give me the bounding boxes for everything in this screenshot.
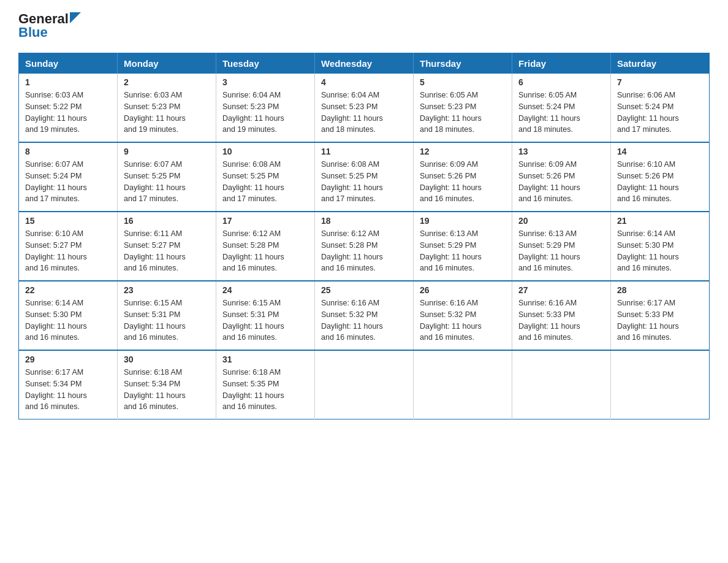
day-number: 10 (222, 147, 308, 156)
calendar-cell (414, 350, 512, 419)
day-info: Sunrise: 6:12 AMSunset: 5:28 PMDaylight:… (321, 228, 407, 274)
day-number: 2 (124, 77, 210, 87)
calendar-header-row: SundayMondayTuesdayWednesdayThursdayFrid… (19, 53, 710, 74)
day-info: Sunrise: 6:16 AMSunset: 5:32 PMDaylight:… (321, 297, 407, 343)
calendar-cell (512, 350, 611, 419)
day-number: 3 (222, 77, 308, 87)
day-info: Sunrise: 6:13 AMSunset: 5:29 PMDaylight:… (518, 228, 604, 274)
day-header-wednesday: Wednesday (315, 53, 414, 74)
day-header-monday: Monday (118, 53, 216, 74)
day-info: Sunrise: 6:05 AMSunset: 5:23 PMDaylight:… (420, 90, 506, 136)
day-number: 5 (420, 77, 506, 87)
calendar-cell: 6Sunrise: 6:05 AMSunset: 5:24 PMDaylight… (512, 74, 611, 142)
day-number: 7 (617, 77, 703, 87)
day-info: Sunrise: 6:08 AMSunset: 5:25 PMDaylight:… (321, 159, 407, 205)
day-number: 28 (617, 285, 703, 295)
day-info: Sunrise: 6:08 AMSunset: 5:25 PMDaylight:… (222, 159, 308, 205)
day-info: Sunrise: 6:15 AMSunset: 5:31 PMDaylight:… (222, 297, 308, 343)
day-number: 26 (420, 285, 506, 295)
logo-text-blue: Blue (18, 25, 48, 40)
page-header: General Blue (18, 12, 710, 40)
day-info: Sunrise: 6:03 AMSunset: 5:23 PMDaylight:… (124, 90, 210, 136)
calendar-cell: 21Sunrise: 6:14 AMSunset: 5:30 PMDayligh… (611, 212, 710, 281)
day-number: 16 (124, 216, 210, 226)
calendar-week-4: 22Sunrise: 6:14 AMSunset: 5:30 PMDayligh… (19, 281, 710, 350)
day-number: 8 (25, 147, 111, 156)
day-number: 1 (25, 77, 111, 87)
day-info: Sunrise: 6:03 AMSunset: 5:22 PMDaylight:… (25, 90, 111, 136)
day-number: 25 (321, 285, 407, 295)
day-info: Sunrise: 6:10 AMSunset: 5:27 PMDaylight:… (25, 228, 111, 274)
day-header-saturday: Saturday (611, 53, 710, 74)
day-header-tuesday: Tuesday (216, 53, 315, 74)
day-number: 18 (321, 216, 407, 226)
day-number: 14 (617, 147, 703, 156)
calendar-week-3: 15Sunrise: 6:10 AMSunset: 5:27 PMDayligh… (19, 212, 710, 281)
calendar-cell: 10Sunrise: 6:08 AMSunset: 5:25 PMDayligh… (216, 142, 315, 212)
day-number: 15 (25, 216, 111, 226)
day-number: 23 (124, 285, 210, 295)
calendar-week-5: 29Sunrise: 6:17 AMSunset: 5:34 PMDayligh… (19, 350, 710, 419)
calendar-cell: 24Sunrise: 6:15 AMSunset: 5:31 PMDayligh… (216, 281, 315, 350)
calendar-cell: 1Sunrise: 6:03 AMSunset: 5:22 PMDaylight… (19, 74, 118, 142)
calendar-body: 1Sunrise: 6:03 AMSunset: 5:22 PMDaylight… (19, 74, 710, 419)
day-info: Sunrise: 6:14 AMSunset: 5:30 PMDaylight:… (617, 228, 703, 274)
svg-marker-0 (70, 12, 81, 23)
day-number: 31 (222, 354, 308, 364)
day-info: Sunrise: 6:05 AMSunset: 5:24 PMDaylight:… (518, 90, 604, 136)
calendar-cell: 31Sunrise: 6:18 AMSunset: 5:35 PMDayligh… (216, 350, 315, 419)
day-number: 11 (321, 147, 407, 156)
logo: General Blue (18, 12, 81, 40)
calendar-cell: 26Sunrise: 6:16 AMSunset: 5:32 PMDayligh… (414, 281, 512, 350)
day-number: 24 (222, 285, 308, 295)
calendar-cell: 14Sunrise: 6:10 AMSunset: 5:26 PMDayligh… (611, 142, 710, 212)
day-number: 22 (25, 285, 111, 295)
day-info: Sunrise: 6:07 AMSunset: 5:25 PMDaylight:… (124, 159, 210, 205)
day-header-sunday: Sunday (19, 53, 118, 74)
calendar-cell: 12Sunrise: 6:09 AMSunset: 5:26 PMDayligh… (414, 142, 512, 212)
day-info: Sunrise: 6:15 AMSunset: 5:31 PMDaylight:… (124, 297, 210, 343)
day-number: 17 (222, 216, 308, 226)
calendar-cell: 3Sunrise: 6:04 AMSunset: 5:23 PMDaylight… (216, 74, 315, 142)
calendar-cell: 22Sunrise: 6:14 AMSunset: 5:30 PMDayligh… (19, 281, 118, 350)
calendar-week-2: 8Sunrise: 6:07 AMSunset: 5:24 PMDaylight… (19, 142, 710, 212)
calendar-cell: 11Sunrise: 6:08 AMSunset: 5:25 PMDayligh… (315, 142, 414, 212)
day-info: Sunrise: 6:09 AMSunset: 5:26 PMDaylight:… (420, 159, 506, 205)
calendar-cell: 8Sunrise: 6:07 AMSunset: 5:24 PMDaylight… (19, 142, 118, 212)
calendar-cell: 20Sunrise: 6:13 AMSunset: 5:29 PMDayligh… (512, 212, 611, 281)
day-number: 29 (25, 354, 111, 364)
day-info: Sunrise: 6:16 AMSunset: 5:33 PMDaylight:… (518, 297, 604, 343)
calendar-cell: 29Sunrise: 6:17 AMSunset: 5:34 PMDayligh… (19, 350, 118, 419)
day-info: Sunrise: 6:18 AMSunset: 5:35 PMDaylight:… (222, 367, 308, 413)
logo-arrow-icon (70, 12, 81, 23)
day-info: Sunrise: 6:18 AMSunset: 5:34 PMDaylight:… (124, 367, 210, 413)
calendar-cell: 4Sunrise: 6:04 AMSunset: 5:23 PMDaylight… (315, 74, 414, 142)
day-info: Sunrise: 6:10 AMSunset: 5:26 PMDaylight:… (617, 159, 703, 205)
calendar-table: SundayMondayTuesdayWednesdayThursdayFrid… (18, 53, 710, 419)
calendar-week-1: 1Sunrise: 6:03 AMSunset: 5:22 PMDaylight… (19, 74, 710, 142)
calendar-cell: 17Sunrise: 6:12 AMSunset: 5:28 PMDayligh… (216, 212, 315, 281)
day-number: 4 (321, 77, 407, 87)
day-info: Sunrise: 6:04 AMSunset: 5:23 PMDaylight:… (321, 90, 407, 136)
day-info: Sunrise: 6:13 AMSunset: 5:29 PMDaylight:… (420, 228, 506, 274)
calendar-cell: 7Sunrise: 6:06 AMSunset: 5:24 PMDaylight… (611, 74, 710, 142)
calendar-cell: 16Sunrise: 6:11 AMSunset: 5:27 PMDayligh… (118, 212, 216, 281)
calendar-cell: 18Sunrise: 6:12 AMSunset: 5:28 PMDayligh… (315, 212, 414, 281)
logo-text-general: General (18, 12, 69, 26)
calendar-cell: 30Sunrise: 6:18 AMSunset: 5:34 PMDayligh… (118, 350, 216, 419)
day-info: Sunrise: 6:14 AMSunset: 5:30 PMDaylight:… (25, 297, 111, 343)
day-number: 21 (617, 216, 703, 226)
day-number: 20 (518, 216, 604, 226)
calendar-cell: 9Sunrise: 6:07 AMSunset: 5:25 PMDaylight… (118, 142, 216, 212)
day-number: 9 (124, 147, 210, 156)
day-number: 19 (420, 216, 506, 226)
day-info: Sunrise: 6:12 AMSunset: 5:28 PMDaylight:… (222, 228, 308, 274)
day-info: Sunrise: 6:09 AMSunset: 5:26 PMDaylight:… (518, 159, 604, 205)
calendar-cell: 13Sunrise: 6:09 AMSunset: 5:26 PMDayligh… (512, 142, 611, 212)
day-number: 6 (518, 77, 604, 87)
calendar-cell (315, 350, 414, 419)
calendar-cell: 27Sunrise: 6:16 AMSunset: 5:33 PMDayligh… (512, 281, 611, 350)
calendar-cell: 25Sunrise: 6:16 AMSunset: 5:32 PMDayligh… (315, 281, 414, 350)
day-info: Sunrise: 6:17 AMSunset: 5:33 PMDaylight:… (617, 297, 703, 343)
calendar-cell: 19Sunrise: 6:13 AMSunset: 5:29 PMDayligh… (414, 212, 512, 281)
